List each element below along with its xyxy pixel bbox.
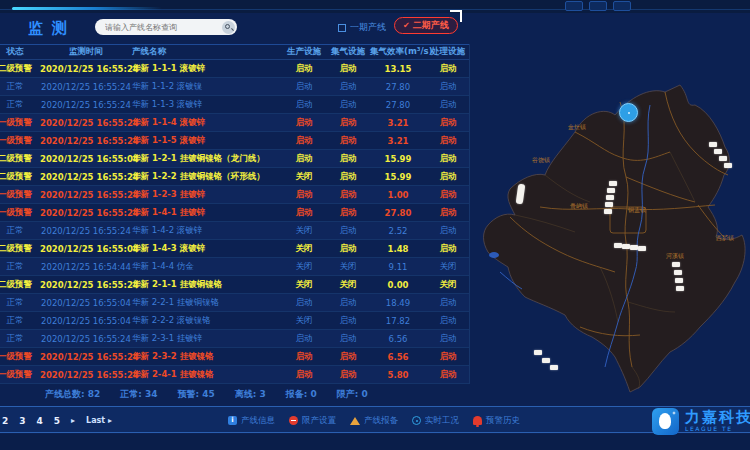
map-marker[interactable] [714, 149, 722, 154]
cell-treat: 启动 [426, 207, 470, 219]
map-marker[interactable] [605, 202, 613, 207]
phase1-checkbox[interactable]: 一期产线 [338, 21, 386, 34]
map-marker[interactable] [630, 245, 638, 250]
phase1-label: 一期产线 [350, 21, 386, 34]
map-marker[interactable] [638, 246, 646, 251]
page-button[interactable]: 2 [2, 416, 8, 426]
table-row[interactable]: 二级预警2020/12/25 16:55:24华新 2-1-1 挂镀铜镍铬关闭关… [0, 276, 469, 294]
logo-subtitle: LEAGUE TE [685, 425, 750, 433]
table-row[interactable]: 一级预警2020/12/25 16:55:24华新 1-4-1 挂镀锌启动启动2… [0, 204, 469, 222]
table-row[interactable]: 一级预警2020/12/25 16:55:24华新 1-2-3 挂镀锌启动启动1… [0, 186, 469, 204]
map-marker[interactable] [676, 286, 684, 291]
table-row[interactable]: 正常2020/12/25 16:55:24华新 2-3-1 挂镀锌启动启动6.5… [0, 330, 469, 348]
table-row[interactable]: 正常2020/12/25 16:55:24华新 1-1-2 滚镀镍启动启动27.… [0, 78, 469, 96]
map-marker[interactable] [534, 350, 542, 355]
realtime-icon [412, 416, 421, 425]
toolbar-button-realtime[interactable]: 实时工况 [412, 415, 459, 427]
table-row[interactable]: 正常2020/12/25 16:55:24华新 1-1-3 滚镀锌启动启动27.… [0, 96, 469, 114]
cell-treat: 启动 [426, 171, 470, 183]
check-icon: ✔ [403, 21, 410, 30]
table-row[interactable]: 一级预警2020/12/25 16:55:24华新 1-1-5 滚镀锌启动启动3… [0, 132, 469, 150]
toolbar-button-report[interactable]: 产线报备 [350, 415, 398, 427]
page-button[interactable]: 4 [37, 416, 43, 426]
vendor-logo: 力嘉科技 LEAGUE TE [652, 408, 750, 435]
cell-eff: 3.21 [370, 136, 426, 146]
cell-eff: 18.49 [370, 298, 426, 308]
table-row[interactable]: 一级预警2020/12/25 16:55:24华新 2-3-2 挂镀镍铬启动启动… [0, 348, 469, 366]
cell-time: 2020/12/25 16:55:24 [40, 226, 132, 236]
cell-status: 正常 [0, 315, 40, 327]
cell-status: 二级预警 [0, 171, 40, 183]
map-marker[interactable] [609, 181, 617, 186]
alarm-icon [473, 416, 482, 425]
table-row[interactable]: 二级预警2020/12/25 16:55:24华新 1-1-1 滚镀锌启动启动1… [0, 60, 469, 78]
cell-name: 华新 2-2-2 滚镀镍铬 [132, 315, 282, 327]
cell-time: 2020/12/25 16:55:24 [40, 334, 132, 344]
table-row[interactable]: 二级预警2020/12/25 16:55:24华新 1-2-2 挂镀铜镍铬（环形… [0, 168, 469, 186]
monitor-dashboard: 监测 一期产线 ✔ 二期产线 状态监测时间产线名称生产设施集气设施集气效率(m³… [0, 0, 750, 450]
map-label: 铜盂镇 [628, 206, 646, 215]
map-marker[interactable] [550, 365, 558, 370]
map-blue-marker[interactable] [619, 103, 638, 122]
cell-treat: 启动 [426, 315, 470, 327]
map-marker[interactable] [614, 243, 622, 248]
table-row[interactable]: 二级预警2020/12/25 16:55:04华新 1-2-1 挂镀铜镍铬（龙门… [0, 150, 469, 168]
map-marker[interactable] [604, 209, 612, 214]
table-row[interactable]: 正常2020/12/25 16:55:24华新 1-4-2 滚镀锌关闭启动2.5… [0, 222, 469, 240]
cell-status: 一级预警 [0, 189, 40, 201]
toolbar-button-label: 实时工况 [425, 415, 459, 427]
district-map[interactable]: 金灶镇谷饶镇贵屿镇铜盂镇西胪镇河溪镇 [480, 56, 750, 398]
cell-prod: 关闭 [282, 315, 326, 327]
table-row[interactable]: 二级预警2020/12/25 16:55:04华新 1-4-3 滚镀锌关闭启动1… [0, 240, 469, 258]
cell-gas: 启动 [326, 117, 370, 129]
cell-status: 一级预警 [0, 135, 40, 147]
page-button[interactable]: 5 [54, 416, 60, 426]
cell-name: 华新 2-4-1 挂镀镍铬 [132, 369, 282, 381]
table-row[interactable]: 正常2020/12/25 16:55:04华新 2-2-2 滚镀镍铬关闭启动17… [0, 312, 469, 330]
map-marker[interactable] [622, 244, 630, 249]
map-marker[interactable] [719, 156, 727, 161]
map-label: 金灶镇 [568, 123, 586, 132]
cell-eff: 5.80 [370, 370, 426, 380]
next-page-button[interactable]: ▸ [71, 416, 75, 425]
cell-name: 华新 2-2-1 挂镀铜镍铬 [132, 297, 282, 309]
cell-gas: 启动 [326, 63, 370, 75]
toolbar-button-alarm[interactable]: 预警历史 [473, 415, 520, 427]
table-row[interactable]: 正常2020/12/25 16:54:44华新 1-4-4 仿金关闭关闭9.11… [0, 258, 469, 276]
cell-status: 正常 [0, 297, 40, 309]
map-marker[interactable] [542, 358, 550, 363]
phase2-label: 二期产线 [413, 19, 449, 32]
last-page-button[interactable]: Last ▸ [86, 416, 112, 425]
column-header: 监测时间 [40, 46, 132, 58]
search-input[interactable] [105, 20, 215, 34]
table-row[interactable]: 一级预警2020/12/25 16:55:24华新 1-1-4 滚镀锌启动启动3… [0, 114, 469, 132]
toolbar-button-limit[interactable]: 限产设置 [289, 415, 336, 427]
cell-treat: 启动 [426, 189, 470, 201]
map-marker[interactable] [672, 262, 680, 267]
table-row[interactable]: 正常2020/12/25 16:55:04华新 2-2-1 挂镀铜镍铬启动启动1… [0, 294, 469, 312]
cell-name: 华新 1-1-3 滚镀锌 [132, 99, 282, 111]
cell-name: 华新 1-4-3 滚镀锌 [132, 243, 282, 255]
map-label: 谷饶镇 [532, 156, 550, 165]
map-marker[interactable] [607, 188, 615, 193]
map-marker[interactable] [674, 270, 682, 275]
cell-prod: 启动 [282, 99, 326, 111]
cell-gas: 启动 [326, 225, 370, 237]
cell-gas: 启动 [326, 135, 370, 147]
toolbar-button-label: 预警历史 [486, 415, 520, 427]
toolbar-button-info[interactable]: 产线信息 [228, 415, 275, 427]
table-row[interactable]: 一级预警2020/12/25 16:55:24华新 2-4-1 挂镀镍铬启动启动… [0, 366, 469, 384]
map-marker[interactable] [606, 195, 614, 200]
cell-gas: 关闭 [326, 279, 370, 291]
search-button[interactable] [222, 21, 235, 34]
cell-time: 2020/12/25 16:55:24 [40, 82, 132, 92]
cell-eff: 17.82 [370, 316, 426, 326]
summary-bar: 产线总数: 82正常: 34预警: 45离线: 3报备: 0限产: 0 [45, 388, 368, 401]
phase2-button[interactable]: ✔ 二期产线 [394, 17, 458, 34]
map-marker[interactable] [724, 163, 732, 168]
map-marker[interactable] [709, 142, 717, 147]
cell-time: 2020/12/25 16:54:44 [40, 262, 132, 272]
page-button[interactable]: 3 [19, 416, 25, 426]
map-marker[interactable] [675, 278, 683, 283]
toolbar-buttons: 产线信息限产设置产线报备实时工况预警历史 [228, 407, 520, 434]
